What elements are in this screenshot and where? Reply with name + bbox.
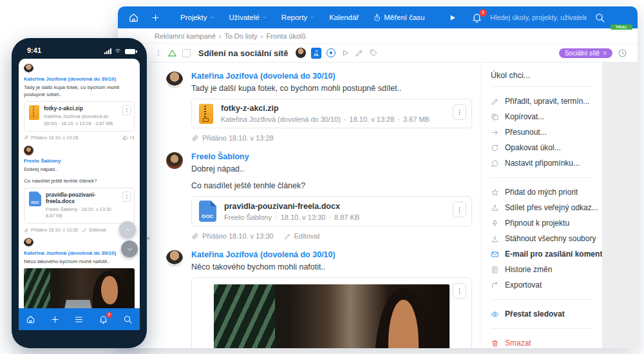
action-label: Smazat — [505, 339, 531, 348]
image-attachment[interactable] — [191, 277, 472, 348]
nav-item-label: Uživatelé — [229, 14, 260, 21]
action-assign[interactable]: Přiřadit, upravit, termín... — [491, 93, 592, 109]
tag-icon[interactable] — [369, 48, 378, 57]
nav-item-reporty[interactable]: Reporty — [274, 14, 322, 21]
action-pin[interactable]: Připnout k projektu — [491, 215, 592, 231]
tag-remove-icon[interactable]: × — [603, 50, 607, 57]
avatar[interactable] — [24, 238, 33, 248]
comment-author[interactable]: Kateřina Jozífová (dovolená do 30/10) — [191, 250, 472, 259]
add-button[interactable] — [50, 315, 60, 324]
tag-pill-socialni-site[interactable]: Sociální sítě × — [559, 48, 612, 58]
action-reminder[interactable]: Nastavit připomínku... — [491, 155, 592, 171]
search-button[interactable] — [123, 315, 133, 324]
phone-mockup: 9:41 Kateřina Jozífová (dovolená do 30/1… — [12, 38, 147, 348]
file-author: Freelo Šablony — [46, 206, 77, 212]
comment-added-info: Přidáno 18.10. v 13:28 — [31, 135, 78, 141]
file-menu-button[interactable] — [122, 192, 131, 202]
avatar[interactable] — [24, 146, 33, 155]
action-copy[interactable]: Kopírovat... — [491, 109, 592, 124]
scroll-to-top-button[interactable] — [119, 221, 136, 238]
file-attachment[interactable]: DOC pravidla-pouzivani-freela.docx Freel… — [24, 188, 135, 224]
copy-icon — [491, 113, 499, 121]
comment-author[interactable]: Kateřina Jozífová (dovolená do 30/10) — [24, 250, 135, 256]
clock-icon[interactable] — [618, 48, 627, 58]
assignee-avatar[interactable] — [296, 48, 306, 58]
add-button[interactable] — [151, 13, 160, 23]
avatar[interactable] — [24, 64, 33, 74]
comment-text: Něco takového bychom mohli nafotit.. — [24, 258, 135, 265]
file-size: 3.67 MB — [403, 115, 430, 123]
task-title: Sdílení na sociální sítě — [198, 48, 288, 58]
comment-author[interactable]: Freelo Šablony — [191, 152, 472, 161]
search-button[interactable] — [594, 12, 605, 23]
comment-author[interactable]: Kateřina Jozífová (dovolená do 30/10) — [191, 72, 472, 81]
due-date-chip[interactable]: čt 29. — [311, 48, 321, 59]
comment-text: Tady je další kupa fotek, co bychom mohl… — [24, 84, 135, 98]
file-name[interactable]: pravidla-pouzivani-freela.docx — [224, 202, 359, 211]
file-menu-button[interactable] — [453, 283, 466, 299]
action-history[interactable]: Historie změn — [491, 262, 592, 277]
file-attachment[interactable]: fotky-z-akci.zip Kateřina Jozífová (dovo… — [191, 99, 472, 128]
action-unfollow[interactable]: Přestat sledovat — [491, 306, 592, 322]
edit-comment-link[interactable]: Editovat — [294, 232, 320, 240]
avatar[interactable] — [166, 250, 183, 267]
file-name[interactable]: fotky-z-akci.zip — [44, 105, 120, 112]
file-attachment[interactable]: fotky-z-akci.zip Kateřina Jozífová (dovo… — [24, 101, 135, 131]
edit-comment-link[interactable]: Editovat — [89, 227, 106, 233]
file-menu-button[interactable] — [453, 104, 466, 120]
avatar[interactable] — [166, 152, 183, 169]
comment: Kateřina Jozífová (dovolená do 30/10) Ta… — [166, 72, 472, 142]
dot-separator: · — [59, 121, 60, 126]
profile-menu[interactable]: TRIAL — [613, 9, 630, 26]
scroll-to-bottom-button[interactable] — [121, 241, 138, 257]
tag-label: Sociální sítě — [565, 50, 600, 57]
action-export[interactable]: Exportovat — [491, 277, 592, 293]
attached-photo[interactable] — [24, 268, 135, 308]
nav-item-mereni-casu[interactable]: Měření času — [366, 14, 431, 22]
phone-comment-thread: Kateřina Jozífová (dovolená do 30/10) Ta… — [19, 59, 140, 308]
file-name[interactable]: pravidla-pouzivani-freela.docx — [46, 192, 120, 204]
home-button[interactable] — [26, 315, 35, 324]
nav-item-kalendar[interactable]: Kalendář — [322, 14, 366, 21]
like-count[interactable]: +1 — [122, 135, 135, 141]
file-attachment[interactable]: DOC pravidla-pouzivani-freela.docx Freel… — [191, 196, 472, 226]
nav-item-projekty[interactable]: Projekty — [173, 14, 222, 21]
action-move[interactable]: Přesunout... — [491, 124, 592, 140]
start-timer-button[interactable] — [341, 48, 350, 57]
action-repeat[interactable]: Opakovat úkol... — [491, 140, 592, 155]
action-email-comments[interactable]: E-mail pro zasílání komentářů... — [491, 246, 592, 262]
due-day: 29. — [314, 53, 319, 57]
thumbs-up-icon — [122, 135, 128, 141]
task-checkbox[interactable] — [182, 49, 191, 57]
home-button[interactable] — [128, 12, 139, 23]
file-name[interactable]: fotky-z-akci.zip — [221, 104, 430, 113]
zip-file-icon — [199, 104, 213, 124]
edit-task-button[interactable] — [355, 48, 364, 57]
action-label: Nastavit připomínku... — [505, 159, 580, 168]
action-share-link[interactable]: Sdílet přes veřejný odkaz... — [491, 200, 592, 215]
tracked-time-icon[interactable] — [327, 48, 336, 57]
file-menu-button[interactable] — [453, 202, 466, 217]
file-menu-button[interactable] — [122, 105, 131, 115]
action-download-files[interactable]: Stáhnout všechny soubory — [491, 231, 592, 246]
action-delete[interactable]: Smazat — [491, 335, 592, 348]
comment-author[interactable]: Freelo Šablony — [24, 158, 135, 164]
menu-button[interactable] — [74, 315, 84, 324]
avatar[interactable] — [166, 72, 183, 88]
breadcrumb-todolist[interactable]: To-Do listy — [224, 32, 257, 40]
timer-play-button[interactable] — [448, 14, 457, 22]
star-icon — [491, 188, 499, 197]
comment-author[interactable]: Kateřina Jozífová (dovolená do 30/10) — [24, 76, 135, 82]
search-input[interactable] — [490, 14, 587, 21]
priority-triangle-icon[interactable] — [167, 48, 177, 58]
breadcrumb-queue[interactable]: Fronta úkolů — [266, 32, 305, 40]
file-size: 8.87 KB — [46, 213, 62, 219]
action-priority[interactable]: Přidat do mých priorit — [491, 184, 592, 200]
task-menu-button[interactable] — [155, 49, 162, 57]
attached-photo[interactable] — [214, 284, 450, 348]
notifications-button[interactable]: 7 — [99, 315, 108, 324]
notifications-button[interactable]: 7 — [471, 12, 482, 23]
nav-item-uzivatele[interactable]: Uživatelé — [222, 14, 274, 21]
wifi-icon — [114, 47, 122, 54]
breadcrumb-project[interactable]: Reklamní kampaně — [155, 32, 216, 40]
